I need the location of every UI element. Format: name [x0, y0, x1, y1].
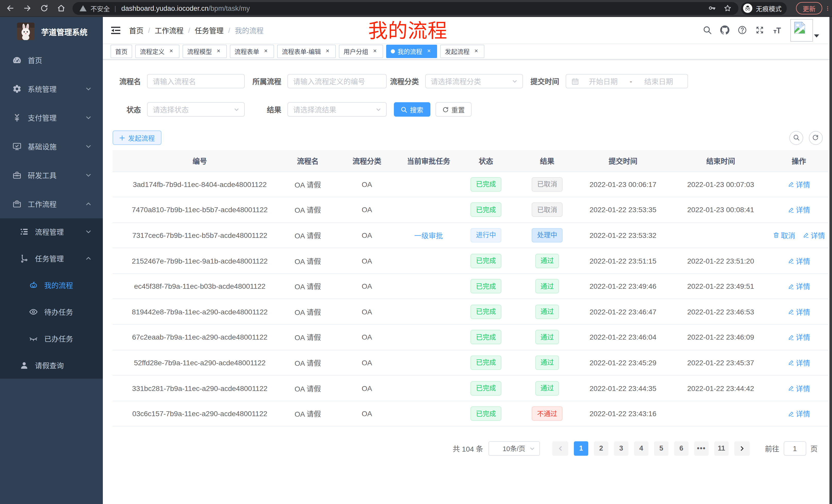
tab-发起流程[interactable]: 发起流程× [440, 45, 485, 58]
sidebar-item-待办任务[interactable]: 待办任务 [0, 299, 103, 325]
browser-menu-button[interactable] [825, 4, 830, 13]
pen-icon [802, 232, 811, 239]
url-separator: | [114, 4, 116, 12]
cell-process-name: OA 请假 [287, 401, 328, 426]
sidebar-item-我的流程[interactable]: 我的流程 [0, 272, 103, 299]
close-icon[interactable]: × [473, 48, 480, 55]
sidebar-item-label: 研发工具 [28, 170, 57, 180]
header-search-button[interactable] [698, 21, 716, 39]
close-icon[interactable]: × [324, 48, 331, 55]
github-link[interactable] [716, 21, 733, 39]
fullscreen-button[interactable] [751, 21, 768, 39]
kebab-menu-icon [825, 5, 830, 11]
cell-current-task [406, 172, 452, 197]
browser-home-button[interactable] [54, 2, 67, 15]
sidebar-item-系统管理[interactable]: 系统管理 [0, 75, 103, 103]
eye-icon [29, 307, 38, 316]
show-search-toggle-button[interactable] [789, 131, 803, 145]
tab-用户分组[interactable]: 用户分组× [339, 45, 383, 58]
detail-link[interactable]: 详情 [787, 179, 810, 190]
user-avatar-menu[interactable] [790, 19, 813, 41]
detail-link[interactable]: 详情 [802, 230, 825, 241]
search-button[interactable]: 搜索 [394, 102, 430, 117]
process-name-input[interactable]: 请输入流程名 [147, 74, 245, 88]
create-process-button[interactable]: 发起流程 [112, 131, 161, 145]
pen-icon [787, 359, 796, 366]
next-page-button[interactable] [734, 441, 750, 456]
sidebar-collapse-button[interactable] [110, 25, 121, 35]
detail-link[interactable]: 详情 [787, 409, 810, 419]
font-size-button[interactable] [768, 21, 786, 39]
category-select[interactable]: 请选择流程分类 [425, 74, 523, 88]
detail-link[interactable]: 详情 [787, 358, 810, 368]
tab-流程表单[interactable]: 流程表单× [230, 45, 274, 58]
table-tools [784, 131, 829, 145]
close-icon[interactable]: × [167, 48, 175, 55]
tab-label: 流程表单 [234, 47, 259, 55]
result-select[interactable]: 请选择流结果 [287, 102, 386, 117]
detail-link[interactable]: 详情 [787, 332, 810, 342]
reset-button[interactable]: 重置 [435, 102, 471, 117]
detail-link[interactable]: 详情 [787, 307, 810, 317]
breadcrumb-item-首页[interactable]: 首页 [129, 25, 144, 35]
refresh-table-button[interactable] [809, 131, 823, 145]
page-size-select[interactable]: 10条/页 [488, 441, 540, 456]
detail-link[interactable]: 详情 [787, 256, 810, 266]
tab-流程表单-编辑[interactable]: 流程表单-编辑× [277, 45, 336, 58]
sidebar-logo[interactable]: 芋道管理系统 [0, 17, 103, 46]
cell-end-time [672, 222, 770, 248]
detail-link[interactable]: 详情 [787, 383, 810, 393]
page-button-4[interactable]: 4 [634, 441, 648, 456]
status-select[interactable]: 请选择状态 [147, 102, 245, 117]
close-icon[interactable]: × [425, 48, 433, 55]
sidebar-item-流程管理[interactable]: 流程管理 [0, 218, 103, 245]
browser-reload-button[interactable] [37, 2, 50, 15]
sidebar-item-研发工具[interactable]: 研发工具 [0, 161, 103, 190]
page-button-6[interactable]: 6 [674, 441, 688, 456]
tab-首页[interactable]: 首页 [110, 45, 132, 58]
goto-page-input[interactable]: 1 [783, 441, 806, 456]
sidebar-item-工作流程[interactable]: 工作流程 [0, 190, 103, 218]
active-dot [391, 49, 395, 53]
submit-time-range-picker[interactable]: 开始日期 - 结束日期 [565, 74, 688, 88]
task-link[interactable]: 一级审批 [414, 230, 443, 241]
sidebar-item-支付管理[interactable]: 支付管理 [0, 103, 103, 132]
incognito-icon [745, 5, 751, 11]
close-icon[interactable]: × [215, 48, 222, 55]
browser-forward-button[interactable] [21, 2, 33, 15]
sidebar-item-任务管理[interactable]: 任务管理 [0, 245, 103, 272]
help-doc-button[interactable] [733, 21, 751, 39]
page-button-1[interactable]: 1 [574, 441, 588, 456]
sidebar-item-首页[interactable]: 首页 [0, 46, 103, 75]
chevron-down-icon [85, 229, 92, 235]
cell-end-time: 2022-01-22 23:46:53 [672, 299, 770, 325]
page-button-5[interactable]: 5 [654, 441, 669, 456]
tab-label: 首页 [115, 47, 128, 55]
sidebar-item-已办任务[interactable]: 已办任务 [0, 325, 103, 352]
column-header-流程名: 流程名 [287, 150, 328, 172]
page-button-2[interactable]: 2 [594, 441, 608, 456]
tab-流程模型[interactable]: 流程模型× [183, 45, 227, 58]
page-button-3[interactable]: 3 [614, 441, 628, 456]
parent-process-input[interactable]: 请输入流程定义的编号 [287, 74, 386, 88]
status-badge: 已完成 [471, 330, 501, 344]
prev-page-button[interactable] [552, 441, 568, 456]
browser-back-button[interactable] [4, 2, 17, 15]
browser-update-button[interactable]: 更新 [796, 2, 822, 15]
sidebar-item-请假查询[interactable]: 请假查询 [0, 352, 103, 379]
detail-link[interactable]: 详情 [787, 281, 810, 291]
tab-流程定义[interactable]: 流程定义× [135, 45, 179, 58]
url-bar[interactable]: 不安全 | dashboard.yudao.iocoder.cn/bpm/tas… [73, 2, 738, 15]
sidebar-item-label: 已办任务 [44, 333, 73, 344]
tab-我的流程[interactable]: 我的流程× [386, 45, 437, 58]
breadcrumb-item-工作流程[interactable]: 工作流程 [155, 25, 184, 35]
breadcrumb-item-任务管理[interactable]: 任务管理 [195, 25, 224, 35]
page-button-11[interactable]: 11 [714, 441, 729, 456]
branch-icon [20, 254, 29, 263]
close-icon[interactable]: × [371, 48, 379, 55]
close-icon[interactable]: × [262, 48, 269, 55]
detail-link[interactable]: 详情 [787, 205, 810, 215]
cancel-link[interactable]: 取消 [773, 230, 795, 241]
pager-more[interactable]: ••• [694, 441, 709, 456]
sidebar-item-基础设施[interactable]: 基础设施 [0, 132, 103, 161]
